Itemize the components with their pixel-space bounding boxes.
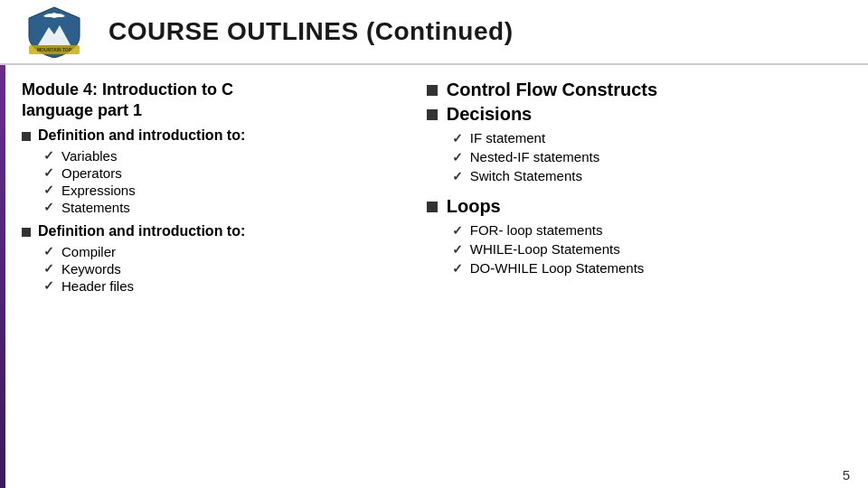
module-title: Module 4: Introduction to C language par… xyxy=(22,80,400,122)
section2: Definition and introduction to: ✓Compile… xyxy=(22,223,400,295)
checkmark-icon: ✓ xyxy=(43,278,54,293)
decisions-list: ✓IF statement ✓Nested-IF statements ✓Swi… xyxy=(452,128,846,185)
list-item: ✓Compiler xyxy=(43,243,400,260)
checkmark-icon: ✓ xyxy=(452,223,463,238)
square-bullet-icon xyxy=(427,85,438,96)
checkmark-icon: ✓ xyxy=(43,165,54,180)
right-item-1: Decisions xyxy=(427,104,846,125)
checkmark-icon: ✓ xyxy=(43,244,54,258)
checkmark-icon: ✓ xyxy=(452,242,463,257)
section1: Definition and introduction to: ✓Variabl… xyxy=(22,127,400,216)
bullet-main-2: Definition and introduction to: xyxy=(22,223,400,239)
list-item: ✓IF statement xyxy=(452,128,846,147)
list-item: ✓Header files xyxy=(43,277,400,295)
list-item: ✓WHILE-Loop Statements xyxy=(452,239,846,258)
right-item-label-2: Loops xyxy=(447,196,501,217)
square-bullet-icon xyxy=(427,109,438,120)
checkmark-icon: ✓ xyxy=(43,183,54,197)
checkmark-icon: ✓ xyxy=(452,150,463,164)
left-column: Module 4: Introduction to C language par… xyxy=(22,80,418,448)
header: MOUNTAIN TOP COURSE OUTLINES (Continued) xyxy=(0,0,868,65)
checkmark-icon: ✓ xyxy=(43,200,54,214)
bullet-square-icon xyxy=(22,132,31,141)
right-item-label-1: Decisions xyxy=(447,104,532,125)
section2-label: Definition and introduction to: xyxy=(38,223,245,239)
list-item: ✓FOR- loop statements xyxy=(452,221,846,239)
bullet-main-1: Definition and introduction to: xyxy=(22,127,400,144)
loops-list: ✓FOR- loop statements ✓WHILE-Loop Statem… xyxy=(452,221,846,277)
svg-text:MOUNTAIN TOP: MOUNTAIN TOP xyxy=(37,47,72,52)
right-item-0: Control Flow Constructs xyxy=(427,80,846,100)
section1-label: Definition and introduction to: xyxy=(38,127,245,144)
list-item: ✓DO-WHILE Loop Statements xyxy=(452,258,846,277)
list-item: ✓Expressions xyxy=(43,182,400,199)
footer: 5 xyxy=(843,467,850,483)
page-number: 5 xyxy=(843,467,850,483)
list-item: ✓Nested-IF statements xyxy=(452,147,846,166)
main-content: Module 4: Introduction to C language par… xyxy=(0,65,868,463)
page-title: COURSE OUTLINES (Continued) xyxy=(108,17,850,46)
list-item: ✓Statements xyxy=(43,199,400,216)
checkmark-icon: ✓ xyxy=(43,261,54,276)
square-bullet-icon xyxy=(427,202,438,212)
checkmark-icon: ✓ xyxy=(452,169,463,183)
left-accent-bar xyxy=(0,65,5,488)
title-area: COURSE OUTLINES (Continued) xyxy=(108,17,850,46)
bullet-square-icon xyxy=(22,228,31,237)
checkmark-icon: ✓ xyxy=(43,148,54,163)
right-item-2: Loops xyxy=(427,196,846,217)
list-item: ✓Operators xyxy=(43,164,400,182)
logo: MOUNTAIN TOP xyxy=(18,5,90,59)
checkmark-icon: ✓ xyxy=(452,261,463,276)
list-item: ✓Keywords xyxy=(43,260,400,277)
checkmark-icon: ✓ xyxy=(452,131,463,145)
right-item-label-0: Control Flow Constructs xyxy=(447,80,657,100)
section2-list: ✓Compiler ✓Keywords ✓Header files xyxy=(43,243,400,295)
list-item: ✓Variables xyxy=(43,147,400,164)
list-item: ✓Switch Statements xyxy=(452,166,846,185)
right-column: Control Flow Constructs Decisions ✓IF st… xyxy=(418,80,846,448)
section1-list: ✓Variables ✓Operators ✓Expressions ✓Stat… xyxy=(43,147,400,216)
